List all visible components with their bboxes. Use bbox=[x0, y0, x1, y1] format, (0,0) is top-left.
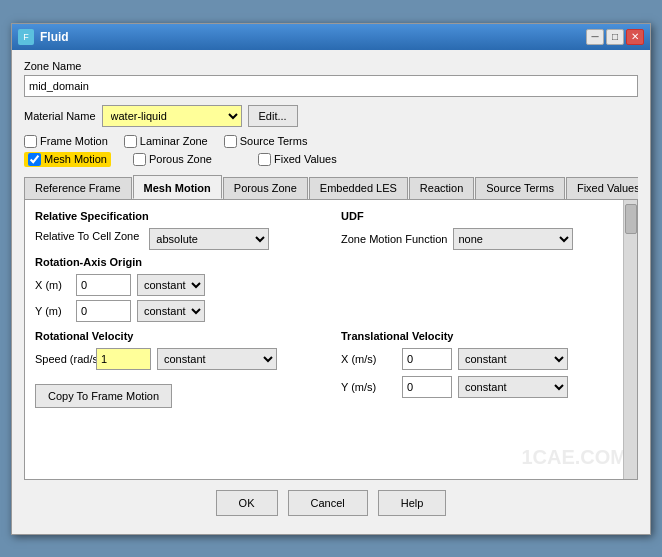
fixed-values-label: Fixed Values bbox=[274, 153, 337, 165]
y-axis-method-select[interactable]: constant bbox=[137, 300, 205, 322]
speed-row: Speed (rad/s) constant bbox=[35, 348, 321, 370]
mesh-motion-label: Mesh Motion bbox=[44, 153, 107, 165]
x-axis-row: X (m) constant bbox=[35, 274, 321, 296]
close-button[interactable]: ✕ bbox=[626, 29, 644, 45]
rotational-vel-title: Rotational Velocity bbox=[35, 330, 321, 342]
tab-embedded-les[interactable]: Embedded LES bbox=[309, 177, 408, 199]
relative-cell-zone-label: Relative To Cell Zone bbox=[35, 230, 139, 242]
laminar-zone-label: Laminar Zone bbox=[140, 135, 208, 147]
tab-reference-frame[interactable]: Reference Frame bbox=[24, 177, 132, 199]
copy-to-frame-motion-button[interactable]: Copy To Frame Motion bbox=[35, 384, 172, 408]
right-column: UDF Zone Motion Function none Translatio… bbox=[341, 210, 627, 408]
trans-x-input[interactable] bbox=[402, 348, 452, 370]
edit-material-button[interactable]: Edit... bbox=[248, 105, 298, 127]
relative-cell-zone-select[interactable]: absolute bbox=[149, 228, 269, 250]
frame-motion-checkbox-item[interactable]: Frame Motion bbox=[24, 135, 108, 148]
porous-zone-checkbox[interactable] bbox=[133, 153, 146, 166]
trans-x-label: X (m/s) bbox=[341, 353, 396, 365]
checkbox-row-1: Frame Motion Laminar Zone Source Terms bbox=[24, 135, 638, 148]
window-controls: ─ □ ✕ bbox=[586, 29, 644, 45]
frame-motion-label: Frame Motion bbox=[40, 135, 108, 147]
window-title: Fluid bbox=[40, 30, 69, 44]
fluid-dialog: F Fluid ─ □ ✕ Zone Name Material Name wa… bbox=[11, 23, 651, 535]
translational-vel-section: Translational Velocity X (m/s) constant … bbox=[341, 330, 627, 398]
translational-vel-title: Translational Velocity bbox=[341, 330, 627, 342]
tab-source-terms[interactable]: Source Terms bbox=[475, 177, 565, 199]
watermark: 1CAE.COM bbox=[521, 446, 627, 469]
trans-x-row: X (m/s) constant bbox=[341, 348, 627, 370]
zone-motion-select[interactable]: none bbox=[453, 228, 573, 250]
x-axis-method-select[interactable]: constant bbox=[137, 274, 205, 296]
material-name-label: Material Name bbox=[24, 110, 96, 122]
porous-zone-checkbox-item[interactable]: Porous Zone bbox=[133, 153, 212, 166]
y-axis-row: Y (m) constant bbox=[35, 300, 321, 322]
window-body: Zone Name Material Name water-liquid Edi… bbox=[12, 50, 650, 534]
maximize-button[interactable]: □ bbox=[606, 29, 624, 45]
tab-mesh-motion[interactable]: Mesh Motion bbox=[133, 175, 222, 199]
title-bar: F Fluid ─ □ ✕ bbox=[12, 24, 650, 50]
mesh-motion-checkbox-item[interactable]: Mesh Motion bbox=[24, 152, 111, 167]
checkbox-row-2: Mesh Motion Porous Zone Fixed Values bbox=[24, 152, 638, 167]
zone-name-input[interactable] bbox=[24, 75, 638, 97]
tab-porous-zone[interactable]: Porous Zone bbox=[223, 177, 308, 199]
speed-method-select[interactable]: constant bbox=[157, 348, 277, 370]
trans-y-method-select[interactable]: constant bbox=[458, 376, 568, 398]
rotational-vel-section: Rotational Velocity Speed (rad/s) consta… bbox=[35, 330, 321, 370]
fixed-values-checkbox[interactable] bbox=[258, 153, 271, 166]
bottom-buttons: OK Cancel Help bbox=[24, 480, 638, 524]
zone-name-label: Zone Name bbox=[24, 60, 638, 72]
x-axis-input[interactable] bbox=[76, 274, 131, 296]
cancel-button[interactable]: Cancel bbox=[288, 490, 368, 516]
relative-spec-title: Relative Specification bbox=[35, 210, 321, 222]
source-terms-checkbox[interactable] bbox=[224, 135, 237, 148]
fixed-values-checkbox-item[interactable]: Fixed Values bbox=[258, 153, 337, 166]
scrollbar-thumb[interactable] bbox=[625, 204, 637, 234]
relative-spec-row: Relative To Cell Zone absolute bbox=[35, 228, 321, 250]
udf-title: UDF bbox=[341, 210, 627, 222]
rotation-axis-section: Rotation-Axis Origin X (m) constant Y (m… bbox=[35, 256, 321, 322]
mesh-motion-checkbox[interactable] bbox=[28, 153, 41, 166]
speed-input[interactable] bbox=[96, 348, 151, 370]
material-row: Material Name water-liquid Edit... bbox=[24, 105, 638, 127]
title-bar-left: F Fluid bbox=[18, 29, 69, 45]
tab-content: Relative Specification Relative To Cell … bbox=[24, 200, 638, 480]
frame-motion-checkbox[interactable] bbox=[24, 135, 37, 148]
zone-motion-label: Zone Motion Function bbox=[341, 233, 447, 245]
tab-content-wrapper: Relative Specification Relative To Cell … bbox=[24, 200, 638, 480]
laminar-zone-checkbox[interactable] bbox=[124, 135, 137, 148]
tabs-container: Reference Frame Mesh Motion Porous Zone … bbox=[24, 175, 638, 200]
source-terms-checkbox-item[interactable]: Source Terms bbox=[224, 135, 308, 148]
y-axis-input[interactable] bbox=[76, 300, 131, 322]
scrollbar[interactable] bbox=[623, 200, 637, 479]
window-icon: F bbox=[18, 29, 34, 45]
laminar-zone-checkbox-item[interactable]: Laminar Zone bbox=[124, 135, 208, 148]
trans-y-input[interactable] bbox=[402, 376, 452, 398]
rotation-axis-title: Rotation-Axis Origin bbox=[35, 256, 321, 268]
content-layout: Relative Specification Relative To Cell … bbox=[35, 210, 627, 408]
material-select[interactable]: water-liquid bbox=[102, 105, 242, 127]
left-column: Relative Specification Relative To Cell … bbox=[35, 210, 321, 408]
porous-zone-label: Porous Zone bbox=[149, 153, 212, 165]
x-axis-label: X (m) bbox=[35, 279, 70, 291]
tab-fixed-values[interactable]: Fixed Values bbox=[566, 177, 638, 199]
tab-reaction[interactable]: Reaction bbox=[409, 177, 474, 199]
y-axis-label: Y (m) bbox=[35, 305, 70, 317]
minimize-button[interactable]: ─ bbox=[586, 29, 604, 45]
trans-x-method-select[interactable]: constant bbox=[458, 348, 568, 370]
trans-y-label: Y (m/s) bbox=[341, 381, 396, 393]
speed-label: Speed (rad/s) bbox=[35, 353, 90, 365]
source-terms-label-r1: Source Terms bbox=[240, 135, 308, 147]
ok-button[interactable]: OK bbox=[216, 490, 278, 516]
trans-y-row: Y (m/s) constant bbox=[341, 376, 627, 398]
help-button[interactable]: Help bbox=[378, 490, 447, 516]
udf-row: Zone Motion Function none bbox=[341, 228, 627, 250]
